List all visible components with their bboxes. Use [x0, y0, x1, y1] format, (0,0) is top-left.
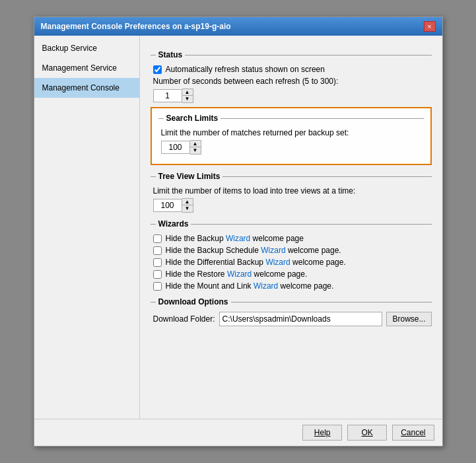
refresh-interval-up-btn[interactable]: ▲ — [182, 89, 193, 96]
browse-button[interactable]: Browse... — [386, 312, 431, 326]
download-options-content: Download Folder: C:\Users\spsadmin\Downl… — [151, 312, 432, 326]
cancel-button[interactable]: Cancel — [392, 425, 434, 441]
wizard-item-2: Hide the Differential Backup Wizard welc… — [153, 258, 432, 267]
wizards-section-title: Wizards — [151, 219, 432, 229]
status-section-content: Automatically refresh status shown on sc… — [151, 65, 432, 103]
sidebar-item-management-service[interactable]: Management Service — [34, 58, 139, 78]
main-dialog: Management Console Preferences on a-sp19… — [34, 17, 443, 446]
help-button[interactable]: Help — [302, 425, 342, 441]
wizard-checkbox-3[interactable] — [153, 270, 162, 279]
auto-refresh-checkbox[interactable] — [153, 65, 162, 74]
close-button[interactable]: × — [424, 21, 436, 32]
dialog-body: Backup Service Management Service Manage… — [34, 36, 442, 419]
refresh-interval-down-btn[interactable]: ▼ — [182, 96, 193, 102]
wizard-checkbox-4[interactable] — [153, 282, 162, 291]
search-limits-up-btn[interactable]: ▲ — [190, 141, 201, 147]
wizard-link-4[interactable]: Wizard — [254, 281, 278, 291]
wizard-checkbox-1[interactable] — [153, 246, 162, 255]
content-area: Status Automatically refresh status show… — [140, 36, 442, 419]
wizard-checkbox-2[interactable] — [153, 258, 162, 267]
tree-view-label: Limit the number of items to load into t… — [153, 186, 432, 196]
wizard-link-1[interactable]: Wizard — [261, 246, 285, 255]
refresh-interval-spinner: 1 ▲ ▼ — [153, 89, 432, 103]
sidebar-item-management-console[interactable]: Management Console — [34, 78, 139, 98]
search-limits-input[interactable]: 100 — [161, 141, 190, 154]
search-limits-down-btn[interactable]: ▼ — [190, 147, 201, 154]
tree-view-section-title: Tree View Limits — [151, 172, 432, 181]
wizards-section-content: Hide the Backup Wizard welcome page Hide… — [151, 234, 432, 291]
wizard-link-2[interactable]: Wizard — [265, 258, 290, 267]
download-folder-label: Download Folder: — [153, 314, 215, 324]
refresh-interval-label: Number of seconds between each refresh (… — [153, 77, 432, 86]
wizard-link-3[interactable]: Wizard — [227, 269, 252, 279]
status-section-title: Status — [151, 50, 432, 59]
search-limits-spinner: 100 ▲ ▼ — [161, 140, 424, 155]
download-folder-input[interactable]: C:\Users\spsadmin\Downloads — [219, 312, 383, 326]
wizard-item-3: Hide the Restore Wizard welcome page. — [153, 269, 432, 279]
title-bar: Management Console Preferences on a-sp19… — [34, 17, 442, 36]
dialog-title: Management Console Preferences on a-sp19… — [41, 22, 231, 31]
wizard-link-0[interactable]: Wizard — [226, 234, 250, 243]
sidebar: Backup Service Management Service Manage… — [34, 36, 140, 419]
tree-view-input[interactable]: 100 — [153, 199, 182, 212]
download-folder-row: Download Folder: C:\Users\spsadmin\Downl… — [153, 312, 432, 326]
wizard-item-0: Hide the Backup Wizard welcome page — [153, 234, 432, 243]
tree-view-section-content: Limit the number of items to load into t… — [151, 186, 432, 213]
search-limits-content: Limit the number of matches returned per… — [158, 128, 424, 155]
refresh-interval-input[interactable]: 1 — [153, 89, 182, 102]
search-limits-label: Limit the number of matches returned per… — [161, 128, 424, 137]
search-limits-box: Search Limits Limit the number of matche… — [151, 107, 432, 165]
tree-view-down-btn[interactable]: ▼ — [182, 205, 193, 212]
tree-view-spinner: 100 ▲ ▼ — [153, 198, 432, 213]
download-options-section-title: Download Options — [151, 297, 432, 306]
wizard-item-1: Hide the Backup Schedule Wizard welcome … — [153, 246, 432, 255]
dialog-footer: Help OK Cancel — [34, 419, 442, 446]
sidebar-item-backup-service[interactable]: Backup Service — [34, 38, 139, 58]
wizard-item-4: Hide the Mount and Link Wizard welcome p… — [153, 281, 432, 291]
search-limits-section-title: Search Limits — [158, 114, 424, 123]
wizard-checkbox-0[interactable] — [153, 234, 162, 243]
ok-button[interactable]: OK — [347, 425, 387, 441]
tree-view-up-btn[interactable]: ▲ — [182, 199, 193, 205]
auto-refresh-row: Automatically refresh status shown on sc… — [153, 65, 432, 74]
